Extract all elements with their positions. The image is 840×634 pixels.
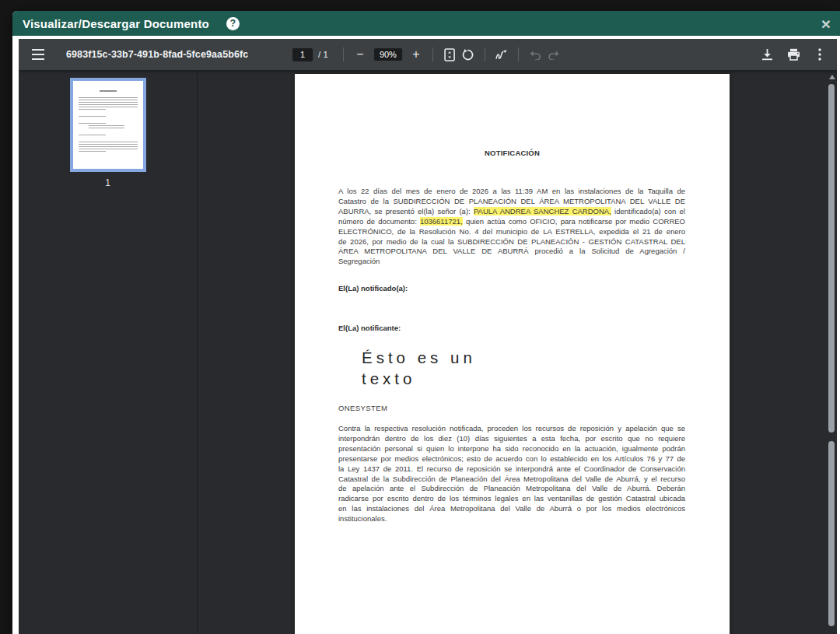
menu-icon[interactable] [29,45,47,64]
more-options-icon[interactable] [810,45,829,64]
toolbar-divider [518,47,519,61]
thumbnail-sidebar: 1 [19,70,197,634]
highlighted-document-number: 1036611721, [420,217,463,226]
pdf-toolbar: 6983f15c-33b7-491b-8fad-5fce9aa5b6fc / 1… [19,39,837,70]
page-count-label: / 1 [318,50,328,59]
document-title: NOTIFICACIÓN [295,149,730,157]
scrollbar-thumb-lower[interactable] [828,441,835,626]
download-icon[interactable] [758,45,776,64]
pdf-page: NOTIFICACIÓN A los 22 días del mes de en… [295,74,730,634]
annotate-ink-icon[interactable] [492,45,511,64]
close-icon[interactable]: × [821,16,831,32]
zoom-in-icon[interactable]: + [407,45,425,64]
page-number-input[interactable] [292,48,313,61]
redo-icon[interactable] [544,45,563,64]
highlighted-name: PAULA ANDREA SANCHEZ CARDONA, [474,207,611,215]
signature-text: Ésto es un texto [362,347,476,389]
document-filename: 6983f15c-33b7-491b-8fad-5fce9aa5b6fc [66,49,248,60]
page-thumbnail-preview [70,78,146,172]
thumbnail-page-number: 1 [70,177,146,188]
toolbar-divider [343,47,344,61]
notified-party-label: El(La) notificado(a): [338,284,408,292]
toolbar-divider [432,47,433,61]
fit-to-page-icon[interactable] [440,45,459,64]
viewer-content: 1 NOTIFICACIÓN A los 22 días del mes de … [19,70,827,634]
screen-background: Visualizar/Descargar Documento ? × 6983f… [0,0,840,634]
modal-body: 6983f15c-33b7-491b-8fad-5fce9aa5b6fc / 1… [12,36,840,634]
zoom-out-icon[interactable]: − [351,45,369,64]
notification-paragraph: A los 22 días del mes de enero de 2026 a… [338,187,685,267]
toolbar-right-group [758,45,829,64]
modal-title: Visualizar/Descargar Documento [23,17,209,30]
rotate-icon[interactable] [459,45,478,64]
company-name: ONESYSTEM [338,404,387,412]
document-area: NOTIFICACIÓN A los 22 días del mes de en… [198,70,827,634]
scrollbar-thumb-upper[interactable] [828,84,835,433]
zoom-level-display: 90% [374,48,402,61]
print-icon[interactable] [784,45,803,64]
toolbar-center-group: / 1 − 90% + [292,45,563,64]
undo-icon[interactable] [526,45,544,64]
modal-header: Visualizar/Descargar Documento ? × [12,11,840,36]
help-icon[interactable]: ? [226,17,240,30]
legal-recourse-paragraph: Contra la respectiva resolución notifica… [338,424,685,524]
viewer-scrollbar [827,70,837,634]
notifier-label: El(La) notificante: [338,324,401,332]
document-viewer-modal: Visualizar/Descargar Documento ? × 6983f… [12,11,840,634]
toolbar-left-group: 6983f15c-33b7-491b-8fad-5fce9aa5b6fc [19,45,248,64]
scroll-up-icon[interactable] [829,75,835,79]
pdf-viewer: 6983f15c-33b7-491b-8fad-5fce9aa5b6fc / 1… [19,39,837,634]
toolbar-divider [485,47,485,61]
page-thumbnail[interactable]: 1 [70,78,146,188]
